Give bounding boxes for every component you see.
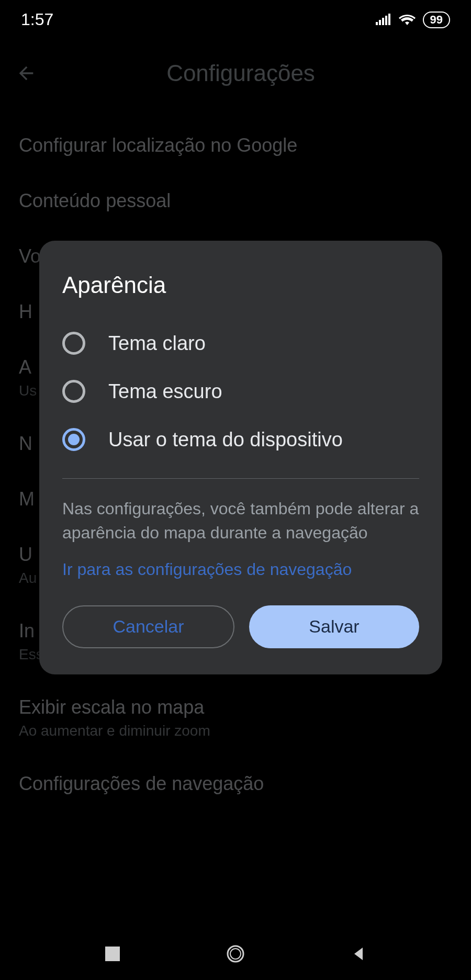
svg-rect-0: [376, 22, 378, 25]
wifi-icon: [399, 10, 416, 29]
recent-apps-icon[interactable]: [102, 943, 124, 965]
cancel-button[interactable]: Cancelar: [62, 605, 234, 648]
svg-rect-2: [382, 18, 384, 25]
svg-rect-5: [105, 947, 120, 961]
radio-inner-dot: [68, 434, 80, 445]
navigation-settings-link[interactable]: Ir para as configurações de navegação: [39, 545, 442, 605]
dialog-buttons: Cancelar Salvar: [39, 605, 442, 648]
battery-level: 99: [430, 13, 443, 27]
svg-rect-1: [379, 20, 381, 25]
radio-label: Usar o tema do dispositivo: [108, 429, 343, 451]
svg-rect-4: [388, 14, 390, 25]
divider: [62, 478, 419, 479]
radio-option-dark[interactable]: Tema escuro: [62, 367, 419, 415]
radio-group: Tema claro Tema escuro Usar o tema do di…: [39, 319, 442, 464]
dialog-title: Aparência: [39, 272, 442, 319]
status-time: 1:57: [21, 10, 53, 29]
back-nav-icon[interactable]: [348, 943, 370, 965]
signal-icon: [376, 10, 391, 29]
save-button[interactable]: Salvar: [249, 605, 419, 648]
radio-label: Tema escuro: [108, 380, 222, 403]
radio-label: Tema claro: [108, 332, 206, 355]
svg-rect-3: [385, 16, 387, 25]
radio-icon-selected: [62, 428, 85, 451]
svg-point-7: [230, 949, 241, 959]
status-bar: 1:57 99: [0, 0, 471, 39]
home-icon[interactable]: [225, 943, 246, 965]
radio-option-light[interactable]: Tema claro: [62, 319, 419, 367]
radio-option-device[interactable]: Usar o tema do dispositivo: [62, 415, 419, 464]
battery-icon: 99: [423, 12, 450, 28]
appearance-dialog: Aparência Tema claro Tema escuro Usar o …: [39, 241, 442, 674]
status-right: 99: [376, 10, 450, 29]
radio-icon: [62, 380, 85, 403]
android-nav-bar: [0, 928, 471, 980]
radio-icon: [62, 332, 85, 355]
dialog-note: Nas configurações, você também pode alte…: [39, 497, 442, 545]
